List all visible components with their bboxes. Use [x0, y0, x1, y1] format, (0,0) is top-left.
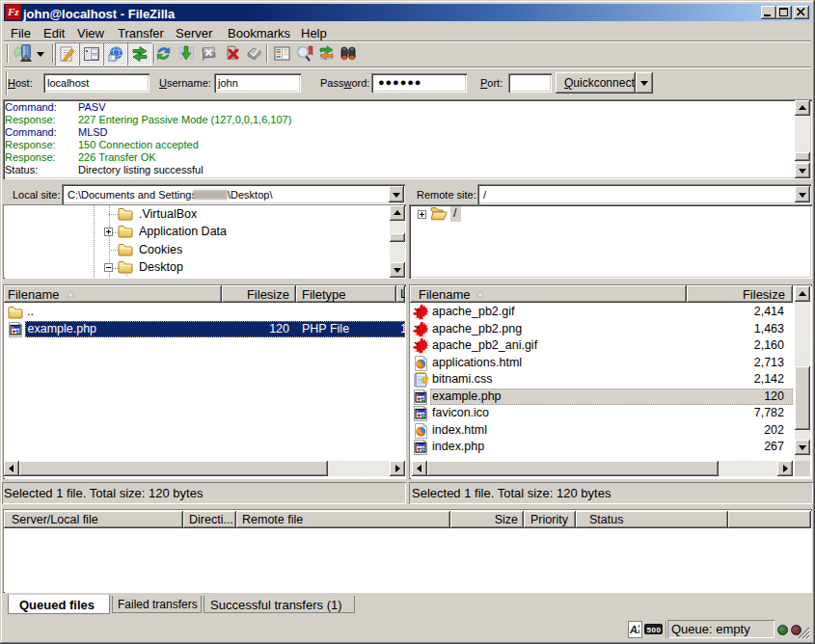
svg-text:Fz: Fz — [7, 6, 19, 17]
